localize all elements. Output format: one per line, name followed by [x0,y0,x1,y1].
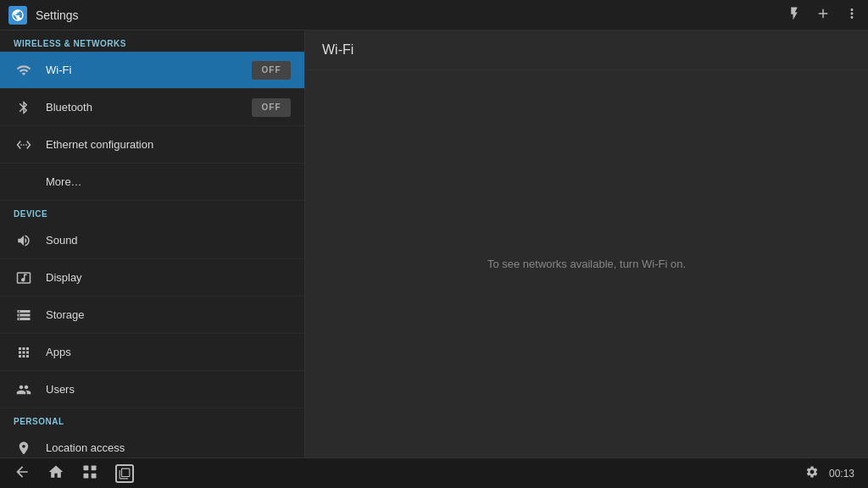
add-icon[interactable] [815,6,831,25]
more-icon [14,172,34,192]
sidebar-item-more[interactable]: More… [0,164,304,201]
sidebar-item-label-display: Display [46,271,291,284]
sidebar-item-label-storage: Storage [46,308,291,321]
svg-rect-0 [84,465,89,470]
sidebar-item-label-apps: Apps [46,346,291,358]
wifi-icon [14,60,34,80]
system-icons: 00:13 [805,465,854,482]
screenshot-button[interactable] [115,464,134,483]
wifi-hint-text: To see networks available, turn Wi-Fi on… [487,258,686,270]
sidebar-item-location[interactable]: Location access [0,430,304,458]
bluetooth-icon [14,97,34,118]
bolt-icon[interactable] [787,6,802,25]
sidebar-item-ethernet[interactable]: Ethernet configuration [0,126,304,164]
page-title: Settings [36,8,787,22]
sidebar-item-label-users: Users [46,383,291,396]
sidebar-item-label-more: More… [46,175,291,188]
sidebar-item-bluetooth[interactable]: BluetoothOFF [0,89,304,126]
title-bar: Settings [0,0,868,30]
sidebar-item-display[interactable]: Display [0,259,304,297]
settings-icon [805,465,819,482]
back-button[interactable] [14,463,31,484]
content-title: Wi-Fi [305,30,868,70]
svg-rect-3 [92,473,97,478]
sidebar-item-apps[interactable]: Apps [0,334,304,371]
sidebar: WIRELESS & NETWORKSWi-FiOFFBluetoothOFFE… [0,30,305,458]
sidebar-item-label-wifi: Wi-Fi [46,64,252,76]
toggle-wifi[interactable]: OFF [252,61,291,80]
nav-buttons [14,463,134,484]
recents-button[interactable] [81,463,98,484]
more-icon[interactable] [844,6,860,25]
svg-rect-2 [84,473,89,478]
sidebar-item-label-location: Location access [46,441,291,454]
location-icon [14,438,34,458]
section-header-personal: PERSONAL [0,408,304,430]
sidebar-item-label-sound: Sound [46,234,291,247]
ethernet-icon [14,135,34,155]
svg-rect-1 [92,465,97,470]
toggle-bluetooth[interactable]: OFF [252,98,291,117]
section-header-device: DEVICE [0,201,304,222]
title-actions [787,6,860,25]
sidebar-item-sound[interactable]: Sound [0,222,304,259]
storage-icon [14,305,34,325]
sidebar-item-storage[interactable]: Storage [0,297,304,334]
app-icon [8,6,27,25]
content-body: To see networks available, turn Wi-Fi on… [305,70,868,458]
main-layout: WIRELESS & NETWORKSWi-FiOFFBluetoothOFFE… [0,30,868,458]
content-area: Wi-Fi To see networks available, turn Wi… [305,30,868,458]
sidebar-item-label-ethernet: Ethernet configuration [46,138,291,151]
sidebar-item-label-bluetooth: Bluetooth [46,101,252,114]
sidebar-item-wifi[interactable]: Wi-FiOFF [0,52,304,89]
bottom-nav: 00:13 [0,458,868,488]
sound-icon [14,230,34,251]
clock-display: 00:13 [829,468,854,480]
display-icon [14,268,34,288]
home-button[interactable] [47,463,64,484]
sidebar-item-users[interactable]: Users [0,371,304,408]
users-icon [14,380,34,400]
apps-icon [14,342,34,363]
section-header-wireless---networks: WIRELESS & NETWORKS [0,30,304,52]
